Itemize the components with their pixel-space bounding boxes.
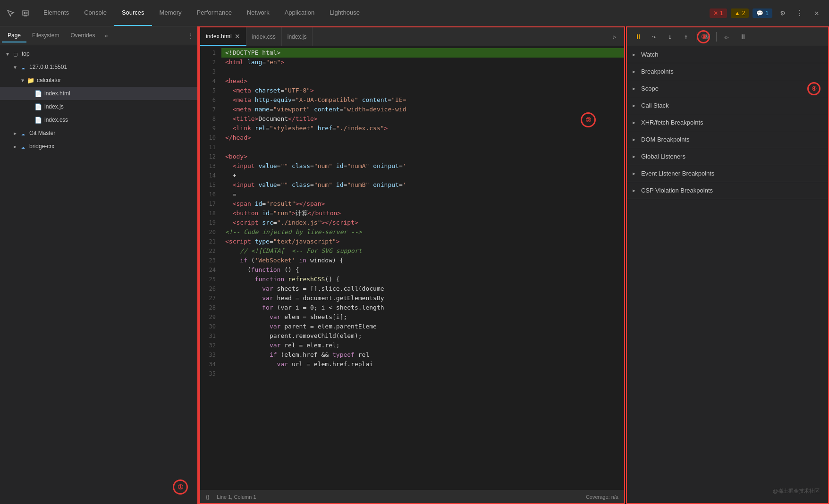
event-label: Event Listener Breakpoints [641, 170, 714, 177]
tree-item-index-js[interactable]: ▶ 📄 index.js [0, 100, 197, 113]
code-line-8: 8 <title>Document</title> [200, 114, 624, 124]
code-line-28: 28 for (var i = 0; i < sheets.length [200, 303, 624, 312]
tab-network[interactable]: Network [239, 0, 277, 26]
tree-item-top[interactable]: ▼ ▢ top [0, 47, 197, 60]
code-line-25: 25 function refreshCSS() { [200, 275, 624, 284]
section-call-stack[interactable]: ▶ Call Stack [627, 97, 828, 114]
code-line-24: 24 (function () { [200, 265, 624, 275]
left-panel-tabs: Page Filesystem Overrides » ⋮ [0, 26, 197, 45]
warning-badge[interactable]: ▲ 2 [731, 8, 749, 18]
scope-label: Scope [641, 85, 659, 92]
code-line-9: 9 <link rel="stylesheet" href="./index.c… [200, 124, 624, 133]
section-xhr-breakpoints[interactable]: ▶ XHR/fetch Breakpoints [627, 114, 828, 131]
tab-lighthouse[interactable]: Lighthouse [322, 0, 367, 26]
tree-item-index-css[interactable]: ▶ 📄 index.css [0, 113, 197, 126]
cloud-icon: ☁ [19, 63, 27, 71]
error-badge[interactable]: ✕ 1 [710, 8, 727, 18]
file-tree: ▼ ▢ top ▼ ☁ 127.0.0.1:5501 ▼ 📁 calculato… [0, 45, 197, 504]
code-line-17: 17 <span id="result"></span> [200, 199, 624, 209]
top-nav-tabs: Elements Console Sources Memory Performa… [36, 0, 704, 26]
code-area[interactable]: 1 <!DOCTYPE html> 2 <html lang="en"> 3 4… [200, 46, 624, 490]
settings-icon[interactable]: ⚙ [776, 7, 789, 20]
format-icon[interactable]: {} [206, 494, 209, 500]
annotation-2: ② [581, 112, 596, 127]
code-line-29: 29 var elem = sheets[i]; [200, 312, 624, 322]
device-toolbar-icon[interactable] [19, 7, 32, 20]
watermark: @稀土掘金技术社区 [773, 487, 820, 495]
editor-tab-js[interactable]: index.js [282, 27, 313, 46]
tab-page[interactable]: Page [2, 29, 26, 42]
code-line-15: 15 <input value="" class="num" id="numB"… [200, 180, 624, 190]
error-count: 1 [720, 10, 723, 17]
call-stack-label: Call Stack [641, 102, 669, 109]
tab-close-html[interactable]: ✕ [235, 33, 240, 40]
more-options-icon[interactable]: ⋮ [793, 7, 806, 20]
tree-item-calculator[interactable]: ▼ 📁 calculator [0, 74, 197, 87]
step-into-btn[interactable]: ↓ [663, 30, 677, 44]
info-badge[interactable]: 💬 1 [753, 8, 772, 18]
tree-item-server[interactable]: ▼ ☁ 127.0.0.1:5501 [0, 60, 197, 74]
section-event-breakpoints[interactable]: ▶ Event Listener Breakpoints [627, 165, 828, 182]
section-scope[interactable]: ▶ Scope ④ [627, 80, 828, 97]
tree-item-bridge-crx[interactable]: ▶ ☁ bridge-crx [0, 140, 197, 153]
xhr-label: XHR/fetch Breakpoints [641, 119, 703, 126]
code-line-21: 21 <script type="text/javascript"> [200, 237, 624, 246]
html-file-icon: 📄 [34, 89, 42, 98]
folder-icon: ▢ [11, 50, 20, 58]
info-count: 1 [765, 10, 769, 17]
warning-icon: ▲ [735, 10, 740, 17]
svg-rect-2 [24, 12, 25, 14]
step-over-btn[interactable]: ↷ [647, 30, 661, 44]
editor-tab-css[interactable]: index.css [246, 27, 282, 46]
section-dom-breakpoints[interactable]: ▶ DOM Breakpoints [627, 131, 828, 148]
section-csp-breakpoints[interactable]: ▶ CSP Violation Breakpoints [627, 182, 828, 199]
main-area: Page Filesystem Overrides » ⋮ ▼ ▢ top ▼ … [0, 26, 829, 504]
cloud-icon: ☁ [19, 142, 27, 151]
editor-tab-end: ▷ [605, 31, 624, 42]
annotation-4: ④ [807, 82, 821, 95]
tab-application[interactable]: Application [277, 0, 322, 26]
tab-sources[interactable]: Sources [114, 0, 152, 26]
tab-performance[interactable]: Performance [189, 0, 239, 26]
code-line-3: 3 [200, 67, 624, 76]
select-element-icon[interactable] [4, 7, 17, 20]
right-panel: ⏸ ↷ ↓ ↑ ③ ✏ ⏸ ▶ Watch ▶ Breakpoints ▶ [626, 26, 829, 504]
tab-label-html: index.html [206, 33, 232, 40]
deactivate-breakpoints-btn[interactable]: ✏ [719, 30, 734, 44]
tree-label-index-js: index.js [44, 103, 64, 110]
pause-on-exception-btn[interactable]: ⏸ [736, 30, 750, 44]
step-out-btn[interactable]: ↑ [679, 30, 693, 44]
tree-item-git-master[interactable]: ▶ ☁ Git Master [0, 126, 197, 140]
editor-tab-html[interactable]: index.html ✕ [200, 27, 246, 46]
toolbar-divider [696, 32, 696, 42]
tree-item-index-html[interactable]: ▶ 📄 index.html [0, 87, 197, 100]
step-btn[interactable]: ③ [699, 30, 713, 44]
section-global-listeners[interactable]: ▶ Global Listeners [627, 148, 828, 165]
pause-btn[interactable]: ⏸ [631, 30, 645, 44]
code-line-27: 27 var head = document.getElementsBy [200, 294, 624, 303]
code-line-30: 30 var parent = elem.parentEleme [200, 322, 624, 331]
svg-rect-1 [24, 16, 27, 17]
error-icon: ✕ [713, 10, 718, 17]
close-icon[interactable]: ✕ [810, 7, 823, 20]
tab-overrides[interactable]: Overrides [65, 29, 101, 42]
tree-label-index-css: index.css [44, 117, 68, 123]
tab-elements[interactable]: Elements [36, 0, 76, 26]
code-line-7: 7 <meta name="viewport" content="width=d… [200, 105, 624, 114]
tab-filesystem[interactable]: Filesystem [26, 29, 65, 42]
code-line-22: 22 // <![CDATA[ <-- For SVG support [200, 246, 624, 256]
section-watch[interactable]: ▶ Watch [627, 46, 828, 63]
code-line-35: 35 [200, 369, 624, 378]
tree-label-bridge-crx: bridge-crx [29, 143, 54, 150]
section-breakpoints[interactable]: ▶ Breakpoints [627, 63, 828, 80]
panel-options-icon[interactable]: ⋮ [186, 31, 195, 41]
tab-memory[interactable]: Memory [152, 0, 189, 26]
run-snippets-icon[interactable]: ▷ [609, 31, 620, 42]
event-arrow: ▶ [633, 171, 638, 176]
settings-buttons: ⚙ ⋮ ✕ [776, 7, 823, 20]
more-tabs-icon[interactable]: » [101, 30, 111, 42]
tree-label-git-master: Git Master [29, 130, 55, 136]
tab-console[interactable]: Console [76, 0, 114, 26]
expand-arrow: ▶ [11, 129, 19, 137]
expand-arrow: ▶ [11, 143, 19, 150]
